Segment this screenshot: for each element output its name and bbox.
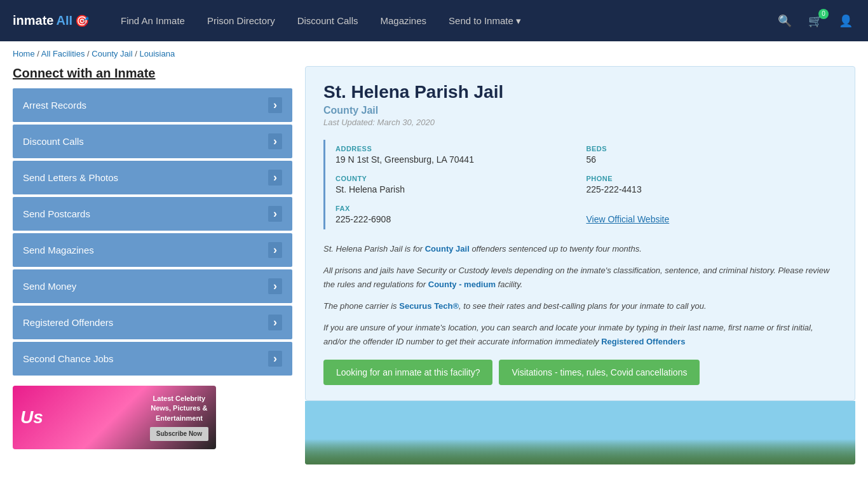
- detail-beds: BEDS 56: [587, 140, 837, 170]
- desc-4: If you are unsure of your inmate's locat…: [323, 321, 837, 349]
- detail-fax: FAX 225-222-6908: [336, 200, 587, 229]
- fax-label: FAX: [336, 205, 581, 212]
- chevron-right-icon: ›: [268, 170, 282, 186]
- detail-website: WEBSITE View Official Website: [587, 200, 837, 229]
- main-content: St. Helena Parish Jail County Jail Last …: [305, 66, 855, 464]
- county-value: St. Helena Parish: [336, 184, 581, 194]
- nav-find-inmate[interactable]: Find An Inmate: [121, 15, 185, 26]
- sidebar-item-send-money[interactable]: Send Money ›: [13, 269, 292, 303]
- ad-logo: Us: [20, 407, 43, 428]
- chevron-right-icon: ›: [268, 315, 282, 330]
- chevron-right-icon: ›: [268, 206, 282, 222]
- facility-type: County Jail: [323, 105, 837, 116]
- facility-details: ADDRESS 19 N 1st St, Greensburg, LA 7044…: [323, 140, 837, 229]
- site-logo[interactable]: inmate AII 🎯: [13, 13, 89, 28]
- facility-card: St. Helena Parish Jail County Jail Last …: [305, 66, 855, 401]
- sidebar-item-send-letters[interactable]: Send Letters & Photos ›: [13, 161, 292, 194]
- sidebar-item-label: Send Money: [23, 281, 76, 292]
- ad-subscribe-button[interactable]: Subscribe Now: [150, 427, 208, 441]
- beds-value: 56: [587, 154, 832, 165]
- sidebar-item-label: Discount Calls: [23, 136, 84, 147]
- county-jail-link[interactable]: County Jail: [425, 244, 470, 254]
- sidebar-ad[interactable]: Us Latest Celebrity News, Pictures & Ent…: [13, 386, 216, 449]
- sidebar-item-send-magazines[interactable]: Send Magazines ›: [13, 233, 292, 267]
- nav-prison-directory[interactable]: Prison Directory: [207, 15, 275, 26]
- chevron-right-icon: ›: [268, 242, 282, 258]
- detail-county: COUNTY St. Helena Parish: [336, 170, 587, 200]
- sidebar-item-label: Second Chance Jobs: [23, 353, 114, 364]
- breadcrumb: Home / All Facilities / County Jail / Lo…: [0, 41, 868, 66]
- detail-phone: PHONE 225-222-4413: [587, 170, 837, 200]
- cart-button[interactable]: 🛒 0: [806, 11, 825, 30]
- beds-label: BEDS: [587, 145, 832, 152]
- sidebar-item-send-postcards[interactable]: Send Postcards ›: [13, 197, 292, 231]
- logo-text: inmate: [13, 13, 53, 28]
- county-medium-link[interactable]: County - medium: [428, 280, 496, 289]
- address-value: 19 N 1st St, Greensburg, LA 70441: [336, 154, 581, 165]
- breadcrumb-all-facilities[interactable]: All Facilities: [41, 49, 85, 58]
- sidebar-item-second-chance-jobs[interactable]: Second Chance Jobs ›: [13, 342, 292, 376]
- chevron-right-icon: ›: [268, 133, 282, 149]
- logo-icon: 🎯: [75, 14, 89, 28]
- sidebar-item-label: Send Letters & Photos: [23, 172, 118, 183]
- ad-text: Latest Celebrity News, Pictures & Entert…: [150, 394, 208, 441]
- facility-description: St. Helena Parish Jail is for County Jai…: [323, 242, 837, 349]
- registered-offenders-link[interactable]: Registered Offenders: [601, 337, 685, 346]
- sidebar-item-label: Send Postcards: [23, 208, 90, 219]
- breadcrumb-state[interactable]: Louisiana: [139, 49, 175, 58]
- desc-1: St. Helena Parish Jail is for County Jai…: [323, 242, 837, 256]
- chevron-right-icon: ›: [268, 278, 282, 294]
- navbar-icons: 🔍 🛒 0 👤: [775, 11, 855, 30]
- sidebar-title: Connect with an Inmate: [13, 66, 292, 81]
- chevron-right-icon: ›: [268, 97, 282, 113]
- county-label: COUNTY: [336, 175, 581, 182]
- official-website-link[interactable]: View Official Website: [587, 214, 670, 224]
- sidebar-menu: Arrest Records › Discount Calls › Send L…: [13, 88, 292, 376]
- sidebar-item-label: Send Magazines: [23, 245, 94, 255]
- securus-link[interactable]: Securus Tech®: [399, 301, 459, 311]
- desc-2: All prisons and jails have Security or C…: [323, 264, 837, 292]
- nav-discount-calls[interactable]: Discount Calls: [297, 15, 358, 26]
- sidebar-item-arrest-records[interactable]: Arrest Records ›: [13, 88, 292, 122]
- sidebar-item-label: Registered Offenders: [23, 317, 113, 328]
- nav-send-to-inmate[interactable]: Send to Inmate ▾: [449, 15, 521, 27]
- fax-value: 225-222-6908: [336, 214, 581, 224]
- chevron-right-icon: ›: [268, 351, 282, 367]
- desc-3: The phone carrier is Securus Tech®, to s…: [323, 299, 837, 313]
- facility-last-updated: Last Updated: March 30, 2020: [323, 118, 837, 127]
- detail-address: ADDRESS 19 N 1st St, Greensburg, LA 7044…: [336, 140, 587, 170]
- facility-name: St. Helena Parish Jail: [323, 82, 837, 102]
- search-button[interactable]: 🔍: [775, 11, 794, 30]
- sidebar: Connect with an Inmate Arrest Records › …: [13, 66, 292, 464]
- cart-badge: 0: [818, 9, 829, 19]
- looking-for-inmate-button[interactable]: Looking for an inmate at this facility?: [323, 360, 492, 385]
- facility-image: [305, 401, 855, 464]
- sidebar-item-label: Arrest Records: [23, 100, 86, 111]
- user-button[interactable]: 👤: [836, 11, 855, 30]
- logo-all-text: AII: [56, 13, 72, 28]
- main-container: Connect with an Inmate Arrest Records › …: [0, 66, 868, 477]
- visitations-button[interactable]: Visitations - times, rules, Covid cancel…: [499, 360, 700, 385]
- sidebar-item-discount-calls[interactable]: Discount Calls ›: [13, 125, 292, 158]
- phone-label: PHONE: [587, 175, 832, 182]
- sidebar-item-registered-offenders[interactable]: Registered Offenders ›: [13, 306, 292, 339]
- action-buttons: Looking for an inmate at this facility? …: [323, 360, 837, 385]
- address-label: ADDRESS: [336, 145, 581, 152]
- phone-value: 225-222-4413: [587, 184, 832, 194]
- navbar: inmate AII 🎯 Find An Inmate Prison Direc…: [0, 0, 868, 41]
- nav-magazines[interactable]: Magazines: [381, 15, 427, 26]
- breadcrumb-county-jail[interactable]: County Jail: [92, 49, 132, 58]
- main-nav: Find An Inmate Prison Directory Discount…: [121, 15, 756, 27]
- breadcrumb-home[interactable]: Home: [13, 49, 35, 58]
